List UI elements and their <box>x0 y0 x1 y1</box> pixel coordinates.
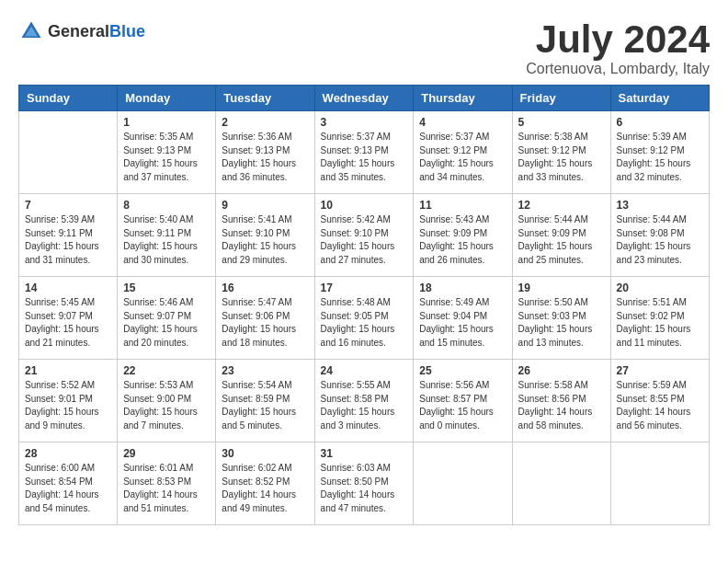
day-info: Sunrise: 5:55 AMSunset: 8:58 PMDaylight:… <box>321 379 408 432</box>
page-header: GeneralBlue July 2024 Cortenuova, Lombar… <box>18 18 710 77</box>
day-info: Sunrise: 5:48 AMSunset: 9:05 PMDaylight:… <box>321 296 408 350</box>
day-number: 18 <box>419 282 506 294</box>
day-number: 22 <box>123 364 210 377</box>
day-info: Sunrise: 6:01 AMSunset: 8:53 PMDaylight:… <box>123 462 210 515</box>
calendar-cell: 16Sunrise: 5:47 AMSunset: 9:06 PMDayligh… <box>216 277 314 360</box>
day-number: 5 <box>518 116 605 129</box>
week-row-3: 14Sunrise: 5:45 AMSunset: 9:07 PMDayligh… <box>19 277 710 360</box>
calendar-cell: 7Sunrise: 5:39 AMSunset: 9:11 PMDaylight… <box>19 194 118 277</box>
calendar-cell: 3Sunrise: 5:37 AMSunset: 9:13 PMDaylight… <box>314 111 414 194</box>
calendar-cell <box>512 442 610 525</box>
calendar-cell: 12Sunrise: 5:44 AMSunset: 9:09 PMDayligh… <box>512 194 610 277</box>
day-info: Sunrise: 5:41 AMSunset: 9:10 PMDaylight:… <box>222 213 308 267</box>
day-info: Sunrise: 5:36 AMSunset: 9:13 PMDaylight:… <box>222 131 308 184</box>
calendar-cell <box>414 442 512 525</box>
week-row-5: 28Sunrise: 6:00 AMSunset: 8:54 PMDayligh… <box>19 442 710 525</box>
day-info: Sunrise: 6:00 AMSunset: 8:54 PMDaylight:… <box>25 462 111 515</box>
day-info: Sunrise: 5:37 AMSunset: 9:12 PMDaylight:… <box>419 131 506 184</box>
day-number: 13 <box>617 199 703 212</box>
calendar-cell: 13Sunrise: 5:44 AMSunset: 9:08 PMDayligh… <box>610 194 709 277</box>
day-number: 10 <box>321 199 408 212</box>
logo-general: General <box>48 22 109 40</box>
day-info: Sunrise: 5:58 AMSunset: 8:56 PMDaylight:… <box>518 379 605 432</box>
day-number: 1 <box>123 116 210 129</box>
day-info: Sunrise: 5:43 AMSunset: 9:09 PMDaylight:… <box>419 213 506 267</box>
day-info: Sunrise: 5:39 AMSunset: 9:12 PMDaylight:… <box>617 131 703 184</box>
logo-icon <box>18 18 44 44</box>
logo-text: GeneralBlue <box>48 22 145 41</box>
calendar-cell: 26Sunrise: 5:58 AMSunset: 8:56 PMDayligh… <box>512 360 610 442</box>
day-info: Sunrise: 5:45 AMSunset: 9:07 PMDaylight:… <box>25 296 111 350</box>
calendar-cell: 10Sunrise: 5:42 AMSunset: 9:10 PMDayligh… <box>314 194 414 277</box>
calendar-cell: 21Sunrise: 5:52 AMSunset: 9:01 PMDayligh… <box>19 360 118 442</box>
calendar-cell: 24Sunrise: 5:55 AMSunset: 8:58 PMDayligh… <box>314 360 414 442</box>
day-number: 17 <box>321 282 408 294</box>
day-number: 29 <box>123 447 210 460</box>
calendar-cell: 6Sunrise: 5:39 AMSunset: 9:12 PMDaylight… <box>610 111 709 194</box>
day-info: Sunrise: 5:38 AMSunset: 9:12 PMDaylight:… <box>518 131 605 184</box>
day-info: Sunrise: 5:53 AMSunset: 9:00 PMDaylight:… <box>123 379 210 432</box>
day-info: Sunrise: 5:59 AMSunset: 8:55 PMDaylight:… <box>617 379 703 432</box>
location-subtitle: Cortenuova, Lombardy, Italy <box>526 61 710 77</box>
day-number: 14 <box>25 282 111 294</box>
calendar-cell: 28Sunrise: 6:00 AMSunset: 8:54 PMDayligh… <box>19 442 118 525</box>
day-info: Sunrise: 5:40 AMSunset: 9:11 PMDaylight:… <box>123 213 210 267</box>
calendar-cell: 23Sunrise: 5:54 AMSunset: 8:59 PMDayligh… <box>216 360 314 442</box>
weekday-header-row: SundayMondayTuesdayWednesdayThursdayFrid… <box>19 86 710 111</box>
week-row-4: 21Sunrise: 5:52 AMSunset: 9:01 PMDayligh… <box>19 360 710 442</box>
calendar-cell: 31Sunrise: 6:03 AMSunset: 8:50 PMDayligh… <box>314 442 414 525</box>
day-info: Sunrise: 5:47 AMSunset: 9:06 PMDaylight:… <box>222 296 308 350</box>
day-info: Sunrise: 5:44 AMSunset: 9:09 PMDaylight:… <box>518 213 605 267</box>
weekday-header-tuesday: Tuesday <box>216 86 314 111</box>
day-number: 8 <box>123 199 210 212</box>
logo: GeneralBlue <box>18 18 145 44</box>
day-number: 4 <box>419 116 506 129</box>
calendar-cell: 22Sunrise: 5:53 AMSunset: 9:00 PMDayligh… <box>118 360 216 442</box>
calendar-cell <box>610 442 709 525</box>
day-number: 3 <box>321 116 408 129</box>
day-info: Sunrise: 5:50 AMSunset: 9:03 PMDaylight:… <box>518 296 605 350</box>
calendar-table: SundayMondayTuesdayWednesdayThursdayFrid… <box>18 85 710 525</box>
day-number: 30 <box>222 447 308 460</box>
day-number: 7 <box>25 199 111 212</box>
calendar-cell: 11Sunrise: 5:43 AMSunset: 9:09 PMDayligh… <box>414 194 512 277</box>
logo-blue: Blue <box>109 22 145 40</box>
day-info: Sunrise: 5:51 AMSunset: 9:02 PMDaylight:… <box>617 296 703 350</box>
day-info: Sunrise: 6:02 AMSunset: 8:52 PMDaylight:… <box>222 462 308 515</box>
calendar-cell: 15Sunrise: 5:46 AMSunset: 9:07 PMDayligh… <box>118 277 216 360</box>
day-number: 12 <box>518 199 605 212</box>
day-number: 15 <box>123 282 210 294</box>
day-number: 11 <box>419 199 506 212</box>
day-info: Sunrise: 5:37 AMSunset: 9:13 PMDaylight:… <box>321 131 408 184</box>
weekday-header-thursday: Thursday <box>414 86 512 111</box>
weekday-header-sunday: Sunday <box>19 86 118 111</box>
day-number: 6 <box>617 116 703 129</box>
calendar-cell: 1Sunrise: 5:35 AMSunset: 9:13 PMDaylight… <box>118 111 216 194</box>
calendar-cell: 9Sunrise: 5:41 AMSunset: 9:10 PMDaylight… <box>216 194 314 277</box>
week-row-2: 7Sunrise: 5:39 AMSunset: 9:11 PMDaylight… <box>19 194 710 277</box>
calendar-cell: 4Sunrise: 5:37 AMSunset: 9:12 PMDaylight… <box>414 111 512 194</box>
calendar-cell: 2Sunrise: 5:36 AMSunset: 9:13 PMDaylight… <box>216 111 314 194</box>
calendar-cell: 29Sunrise: 6:01 AMSunset: 8:53 PMDayligh… <box>118 442 216 525</box>
weekday-header-monday: Monday <box>118 86 216 111</box>
month-year-title: July 2024 <box>526 18 710 61</box>
calendar-cell: 14Sunrise: 5:45 AMSunset: 9:07 PMDayligh… <box>19 277 118 360</box>
calendar-cell: 30Sunrise: 6:02 AMSunset: 8:52 PMDayligh… <box>216 442 314 525</box>
day-number: 25 <box>419 364 506 377</box>
calendar-cell: 20Sunrise: 5:51 AMSunset: 9:02 PMDayligh… <box>610 277 709 360</box>
day-number: 31 <box>321 447 408 460</box>
day-info: Sunrise: 5:56 AMSunset: 8:57 PMDaylight:… <box>419 379 506 432</box>
calendar-cell: 8Sunrise: 5:40 AMSunset: 9:11 PMDaylight… <box>118 194 216 277</box>
calendar-cell: 27Sunrise: 5:59 AMSunset: 8:55 PMDayligh… <box>610 360 709 442</box>
day-number: 28 <box>25 447 111 460</box>
day-number: 19 <box>518 282 605 294</box>
calendar-cell: 5Sunrise: 5:38 AMSunset: 9:12 PMDaylight… <box>512 111 610 194</box>
day-number: 24 <box>321 364 408 377</box>
weekday-header-wednesday: Wednesday <box>314 86 414 111</box>
calendar-cell: 25Sunrise: 5:56 AMSunset: 8:57 PMDayligh… <box>414 360 512 442</box>
day-number: 9 <box>222 199 308 212</box>
day-number: 16 <box>222 282 308 294</box>
day-number: 27 <box>617 364 703 377</box>
day-info: Sunrise: 6:03 AMSunset: 8:50 PMDaylight:… <box>321 462 408 515</box>
day-number: 20 <box>617 282 703 294</box>
